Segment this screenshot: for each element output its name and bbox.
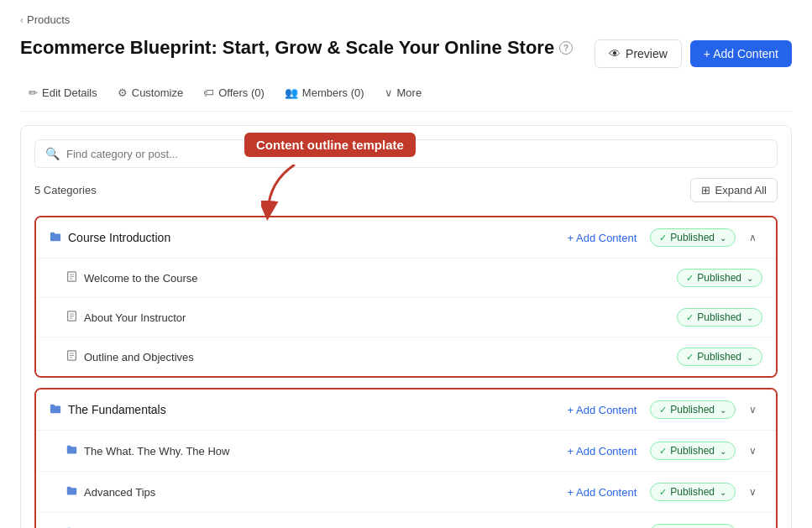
doc-icon-instructor bbox=[66, 311, 77, 324]
badge-caret-icon: ⌄ bbox=[720, 405, 726, 415]
collapse-button-advanced-tips[interactable]: ∨ bbox=[742, 482, 762, 502]
item-title-advanced-tips: Advanced Tips bbox=[84, 486, 561, 499]
published-badge-wrap-up[interactable]: ✓ Published ⌄ bbox=[650, 524, 736, 528]
badge-caret-icon: ⌄ bbox=[747, 274, 753, 283]
annotation-container: 🔍 Content outline template bbox=[34, 139, 778, 168]
list-item-what-why-how: The What. The Why. The How + Add Content… bbox=[36, 431, 776, 472]
published-badge-instructor[interactable]: ✓ Published ⌄ bbox=[677, 308, 762, 327]
published-badge-welcome[interactable]: ✓ Published ⌄ bbox=[677, 269, 762, 287]
nav-bar: ✏ Edit Details ⚙ Customize 🏷 Offers (0) … bbox=[20, 81, 792, 112]
page-title-area: Ecommerce Blueprint: Start, Grow & Scale… bbox=[20, 36, 595, 60]
eye-icon: 👁 bbox=[609, 47, 621, 60]
search-icon: 🔍 bbox=[45, 147, 60, 160]
collapse-button-course-intro[interactable]: ∧ bbox=[742, 227, 762, 248]
nav-item-more[interactable]: ∨ More bbox=[376, 81, 431, 104]
breadcrumb-products-link[interactable]: Products bbox=[27, 13, 70, 26]
section-header-fundamentals: The Fundamentals + Add Content ✓ Publish… bbox=[36, 389, 776, 431]
list-item-advanced-tips: Advanced Tips + Add Content ✓ Published … bbox=[36, 472, 776, 513]
check-icon: ✓ bbox=[686, 273, 694, 284]
doc-icon-welcome bbox=[66, 271, 77, 285]
add-content-main-button[interactable]: + Add Content bbox=[690, 40, 792, 67]
check-icon: ✓ bbox=[686, 312, 694, 323]
preview-button[interactable]: 👁 Preview bbox=[595, 39, 682, 68]
list-item-welcome: Welcome to the Course ✓ Published ⌄ bbox=[36, 259, 776, 298]
chevron-down-icon: ∨ bbox=[385, 86, 393, 99]
item-title-what-why-how: The What. The Why. The How bbox=[84, 445, 561, 457]
list-item-instructor: About Your Instructor ✓ Published ⌄ bbox=[36, 298, 776, 337]
item-actions-welcome: ✓ Published ⌄ bbox=[677, 269, 762, 287]
item-actions-outline: ✓ Published ⌄ bbox=[677, 348, 762, 366]
header-actions: 👁 Preview + Add Content bbox=[595, 39, 792, 68]
section-header-course-introduction: Course Introduction + Add Content ✓ Publ… bbox=[36, 217, 776, 259]
nav-item-edit-details[interactable]: ✏ Edit Details bbox=[20, 81, 106, 104]
add-content-button-course-intro[interactable]: + Add Content bbox=[561, 228, 644, 248]
item-actions-instructor: ✓ Published ⌄ bbox=[677, 308, 762, 327]
page-title: Ecommerce Blueprint: Start, Grow & Scale… bbox=[20, 36, 595, 60]
add-content-button-wrap-up[interactable]: + Add Content bbox=[561, 524, 644, 529]
nav-item-members[interactable]: 👥 Members (0) bbox=[276, 81, 373, 104]
section-fundamentals: The Fundamentals + Add Content ✓ Publish… bbox=[34, 388, 778, 528]
categories-count: 5 Categories bbox=[34, 184, 97, 196]
item-title-instructor: About Your Instructor bbox=[84, 311, 677, 324]
search-input[interactable] bbox=[66, 148, 767, 160]
gear-icon: ⚙ bbox=[118, 86, 128, 99]
add-content-button-what-why-how[interactable]: + Add Content bbox=[561, 442, 644, 461]
page-header: Ecommerce Blueprint: Start, Grow & Scale… bbox=[20, 36, 792, 68]
collapse-button-what-why-how[interactable]: ∨ bbox=[742, 441, 762, 461]
badge-caret-icon: ⌄ bbox=[720, 488, 726, 497]
published-badge-what-why-how[interactable]: ✓ Published ⌄ bbox=[650, 442, 736, 460]
published-badge-advanced-tips[interactable]: ✓ Published ⌄ bbox=[650, 483, 736, 501]
collapse-button-wrap-up[interactable]: ∨ bbox=[742, 523, 762, 528]
collapse-button-fundamentals[interactable]: ∨ bbox=[742, 400, 762, 420]
item-title-outline: Outline and Objectives bbox=[84, 351, 677, 363]
badge-caret-icon: ⌄ bbox=[747, 353, 753, 362]
breadcrumb: ‹ Products bbox=[20, 13, 792, 26]
section-actions-course-introduction: + Add Content ✓ Published ⌄ ∧ bbox=[561, 227, 762, 248]
check-icon: ✓ bbox=[659, 405, 667, 416]
section-title-fundamentals: The Fundamentals bbox=[68, 403, 561, 416]
badge-caret-icon: ⌄ bbox=[720, 233, 726, 243]
badge-caret-icon: ⌄ bbox=[720, 447, 726, 456]
add-content-button-fundamentals[interactable]: + Add Content bbox=[561, 400, 644, 420]
section-actions-fundamentals: + Add Content ✓ Published ⌄ ∨ bbox=[561, 400, 762, 420]
check-icon: ✓ bbox=[659, 446, 667, 457]
item-title-welcome: Welcome to the Course bbox=[84, 272, 677, 285]
expand-all-button[interactable]: ⊞ Expand All bbox=[690, 178, 778, 202]
published-badge-course-intro[interactable]: ✓ Published ⌄ bbox=[650, 228, 736, 247]
item-actions-wrap-up: + Add Content ✓ Published ⌄ ∨ bbox=[561, 523, 762, 528]
folder-icon-what-why-how bbox=[66, 444, 77, 457]
content-area: 🔍 Content outline template 5 Catego bbox=[20, 125, 792, 528]
item-actions-advanced-tips: + Add Content ✓ Published ⌄ ∨ bbox=[561, 482, 762, 502]
nav-item-customize[interactable]: ⚙ Customize bbox=[109, 81, 191, 104]
badge-caret-icon: ⌄ bbox=[747, 313, 753, 322]
section-title-course-introduction: Course Introduction bbox=[68, 231, 561, 244]
annotation-tooltip: Content outline template bbox=[244, 133, 416, 157]
published-badge-outline[interactable]: ✓ Published ⌄ bbox=[677, 348, 762, 366]
check-icon: ✓ bbox=[659, 487, 667, 498]
check-icon: ✓ bbox=[686, 352, 694, 363]
published-badge-fundamentals[interactable]: ✓ Published ⌄ bbox=[650, 400, 736, 419]
section-course-introduction: Course Introduction + Add Content ✓ Publ… bbox=[34, 216, 778, 378]
expand-all-icon: ⊞ bbox=[701, 184, 710, 196]
people-icon: 👥 bbox=[285, 86, 298, 99]
item-actions-what-why-how: + Add Content ✓ Published ⌄ ∨ bbox=[561, 441, 762, 461]
folder-icon-advanced-tips bbox=[66, 485, 77, 499]
check-icon: ✓ bbox=[659, 233, 667, 243]
folder-icon-course-intro bbox=[50, 231, 61, 245]
add-content-button-advanced-tips[interactable]: + Add Content bbox=[561, 483, 644, 502]
help-icon[interactable]: ? bbox=[559, 41, 573, 55]
list-item-wrap-up: Course Wrap Up + Add Content ✓ Published… bbox=[36, 513, 776, 528]
nav-item-offers[interactable]: 🏷 Offers (0) bbox=[195, 81, 273, 104]
content-toolbar: 5 Categories ⊞ Expand All bbox=[34, 178, 778, 202]
pencil-icon: ✏ bbox=[29, 86, 38, 99]
list-item-outline: Outline and Objectives ✓ Published ⌄ bbox=[36, 337, 776, 376]
folder-icon-fundamentals bbox=[50, 403, 61, 417]
breadcrumb-chevron-icon: ‹ bbox=[20, 14, 24, 26]
tag-icon: 🏷 bbox=[203, 86, 214, 99]
doc-icon-outline bbox=[66, 350, 77, 363]
